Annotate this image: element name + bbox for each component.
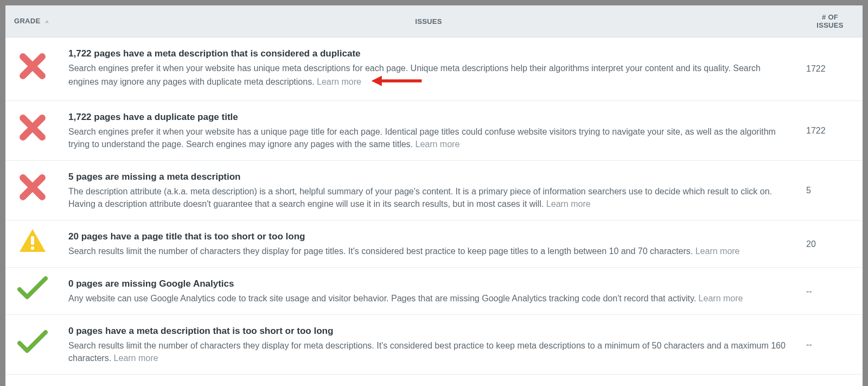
grade-cell [5,161,60,220]
grade-cell [5,101,60,161]
issue-title: 0 pages have a meta description that is … [68,325,789,338]
issues-table: GRADE ISSUES # OF ISSUES 1,722 pages hav… [5,5,863,386]
issue-cell: 20 pages have a page title that is too s… [60,220,797,268]
issue-count: 5 [797,161,863,220]
table-body: 1,722 pages have a meta description that… [5,37,863,387]
issue-description: Search results limit the number of chara… [68,341,786,363]
issue-cell: 0 pages are missing a page titlePage tit… [60,375,797,386]
issue-count: -- [797,375,863,386]
table-row[interactable]: 5 pages are missing a meta descriptionTh… [5,161,863,220]
issue-description: The description attribute (a.k.a. meta d… [68,187,772,208]
issue-count: -- [797,268,863,315]
warning-icon [18,246,47,256]
issues-header-label: ISSUES [415,17,442,26]
grade-cell [5,220,60,268]
issue-title: 1,722 pages have a meta description that… [68,47,789,61]
issue-cell: 5 pages are missing a meta descriptionTh… [60,161,797,220]
fail-x-icon [18,194,47,203]
issue-cell: 0 pages have a meta description that is … [60,315,797,375]
learn-more-link[interactable]: Learn more [317,77,361,86]
issue-description: Any website can use Google Analytics cod… [68,294,699,303]
count-header-label-line2: ISSUES [816,21,843,29]
issue-count: -- [797,315,863,375]
issue-count: 20 [797,220,863,268]
pass-check-icon [17,347,48,357]
table-row[interactable]: 0 pages are missing Google AnalyticsAny … [5,268,863,315]
sort-ascending-icon [44,17,49,26]
grade-cell [5,268,60,315]
issue-cell: 1,722 pages have a duplicate page titleS… [60,101,797,161]
table-row[interactable]: 1,722 pages have a meta description that… [5,37,863,101]
learn-more-link[interactable]: Learn more [546,199,591,208]
issue-description: Search results limit the number of chara… [68,246,695,256]
fail-x-icon [18,73,47,82]
column-header-grade[interactable]: GRADE [5,5,60,37]
grade-header-label: GRADE [14,17,40,25]
table-row[interactable]: 0 pages are missing a page titlePage tit… [5,375,863,386]
learn-more-link[interactable]: Learn more [695,246,740,256]
table-header-row: GRADE ISSUES # OF ISSUES [5,5,863,37]
learn-more-link[interactable]: Learn more [114,353,158,363]
table-row[interactable]: 20 pages have a page title that is too s… [5,220,863,268]
issue-title: 20 pages have a page title that is too s… [68,230,789,244]
table-row[interactable]: 1,722 pages have a duplicate page titleS… [5,101,863,161]
column-header-count[interactable]: # OF ISSUES [797,5,863,37]
issues-table-container: GRADE ISSUES # OF ISSUES 1,722 pages hav… [5,5,863,386]
learn-more-link[interactable]: Learn more [699,294,743,303]
pass-check-icon [17,294,48,303]
grade-cell [5,37,60,101]
issue-count: 1722 [797,101,863,161]
issue-title: 1,722 pages have a duplicate page title [68,111,789,124]
column-header-issues[interactable]: ISSUES [60,5,797,37]
grade-cell [5,315,60,375]
annotation-arrow-icon [367,74,426,91]
issue-title: 0 pages are missing Google Analytics [68,277,789,291]
learn-more-link[interactable]: Learn more [416,140,460,149]
table-row[interactable]: 0 pages have a meta description that is … [5,315,863,375]
issue-cell: 0 pages are missing Google AnalyticsAny … [60,268,797,315]
count-header-label-line1: # OF [822,13,838,21]
grade-cell [5,375,60,386]
issue-cell: 1,722 pages have a meta description that… [60,37,797,101]
issue-title: 5 pages are missing a meta description [68,170,789,184]
issue-count: 1722 [797,37,863,101]
fail-x-icon [18,134,47,143]
